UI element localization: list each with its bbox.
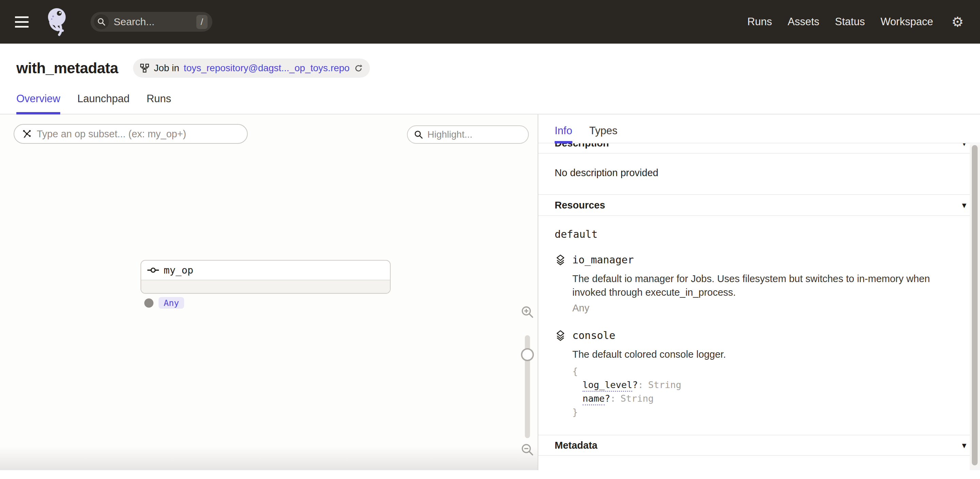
tab-launchpad[interactable]: Launchpad — [77, 93, 129, 114]
nav-links: Runs Assets Status Workspace ⚙ — [747, 15, 964, 29]
panel-scrollbar-thumb[interactable] — [972, 145, 978, 465]
op-node-name: my_op — [164, 264, 193, 276]
search-icon — [94, 14, 109, 29]
job-tag: Job in toys_repository@dagst..._op_toys.… — [133, 59, 370, 78]
slash-shortcut-badge: / — [196, 15, 208, 29]
config-open-brace: { — [572, 364, 964, 378]
highlight-input[interactable] — [427, 129, 522, 140]
tab-runs[interactable]: Runs — [147, 93, 171, 114]
op-node-body — [141, 280, 390, 294]
nav-item-assets[interactable]: Assets — [788, 16, 819, 28]
config-field-name[interactable]: name — [582, 393, 605, 406]
resource-item-io-manager: io_manager The default io manager for Jo… — [555, 254, 964, 314]
page-title: with_metadata — [16, 60, 118, 77]
tab-types[interactable]: Types — [589, 125, 617, 143]
repo-link[interactable]: toys_repository@dagst..._op_toys.repo — [184, 63, 350, 73]
job-tabs: Overview Launchpad Runs — [0, 78, 980, 115]
op-subset-input[interactable] — [37, 128, 240, 140]
config-field-colon: : — [610, 393, 616, 404]
zoom-in-icon[interactable] — [520, 305, 534, 319]
resource-config-schema: { log_level?:String name?:String } — [572, 364, 964, 419]
config-field: name?:String — [572, 392, 964, 406]
description-body: No description provided — [538, 154, 980, 195]
page-header: with_metadata Job in toys_repository@dag… — [0, 44, 980, 78]
search-input[interactable] — [114, 16, 196, 27]
dagster-logo[interactable] — [46, 8, 71, 36]
job-graph-icon — [140, 63, 150, 73]
tab-info[interactable]: Info — [555, 125, 572, 143]
resource-name[interactable]: console — [572, 329, 615, 342]
highlight-search-icon — [414, 130, 423, 139]
refresh-icon[interactable] — [354, 64, 363, 73]
info-panel-scroll-area: Description ▾ No description provided Re… — [538, 144, 980, 469]
op-graph-pane: my_op Any — [0, 115, 538, 470]
op-selector-icon — [22, 129, 32, 139]
config-field-optional: ? — [632, 380, 638, 390]
description-header[interactable]: Description ▾ — [538, 144, 980, 154]
caret-down-icon[interactable]: ▾ — [962, 201, 966, 209]
info-panel-tabs: Info Types — [538, 115, 980, 144]
zoom-control — [517, 305, 538, 319]
op-node-my-op[interactable]: my_op — [140, 260, 391, 294]
job-tag-prefix: Job in — [154, 63, 179, 73]
resources-header[interactable]: Resources ▾ — [538, 195, 980, 216]
resource-description: The default io manager for Jobs. Uses fi… — [572, 272, 950, 299]
metadata-body: owner data team link https://dagster.io — [538, 456, 980, 469]
output-type-badge[interactable]: Any — [159, 297, 184, 309]
op-subset-filter[interactable] — [14, 124, 248, 144]
zoom-slider-thumb[interactable] — [521, 348, 534, 361]
config-field-optional: ? — [605, 393, 610, 404]
zoom-out-icon[interactable] — [520, 443, 534, 457]
resources-title: Resources — [555, 200, 605, 211]
config-close-brace: } — [572, 406, 964, 419]
config-field-name[interactable]: log_level — [582, 380, 632, 392]
tab-overview[interactable]: Overview — [16, 93, 60, 114]
op-icon — [147, 267, 159, 274]
resource-type: Any — [572, 303, 964, 314]
nav-item-status[interactable]: Status — [835, 16, 865, 28]
description-section: Description ▾ — [538, 144, 980, 154]
config-field-colon: : — [638, 380, 643, 390]
metadata-header[interactable]: Metadata ▾ — [538, 435, 980, 456]
resource-icon — [555, 330, 566, 342]
main-content: my_op Any Info Types — [0, 115, 980, 470]
highlight-filter[interactable] — [407, 125, 529, 144]
resources-body: default io_manager The default io manage… — [538, 216, 980, 419]
global-search[interactable]: / — [91, 12, 212, 32]
top-nav: / Runs Assets Status Workspace ⚙ — [0, 0, 980, 44]
gear-icon[interactable]: ⚙ — [951, 15, 964, 29]
resource-name[interactable]: io_manager — [572, 254, 634, 266]
caret-down-icon[interactable]: ▾ — [962, 144, 966, 147]
menu-icon[interactable] — [15, 12, 34, 31]
info-panel: Info Types Description ▾ No description … — [538, 115, 980, 470]
nav-item-runs[interactable]: Runs — [747, 16, 772, 28]
config-field-type: String — [620, 393, 654, 404]
resource-description: The default colored console logger. — [572, 348, 950, 361]
config-field: log_level?:String — [572, 378, 964, 392]
metadata-title: Metadata — [555, 440, 598, 451]
resource-group-label: default — [555, 228, 964, 240]
nav-item-workspace[interactable]: Workspace — [881, 16, 933, 28]
resource-icon — [555, 254, 566, 266]
output-handle-dot[interactable] — [144, 299, 153, 308]
config-field-type: String — [648, 380, 682, 390]
caret-down-icon[interactable]: ▾ — [962, 441, 966, 450]
description-title: Description — [555, 144, 609, 149]
resource-item-console: console The default colored console logg… — [555, 329, 964, 419]
